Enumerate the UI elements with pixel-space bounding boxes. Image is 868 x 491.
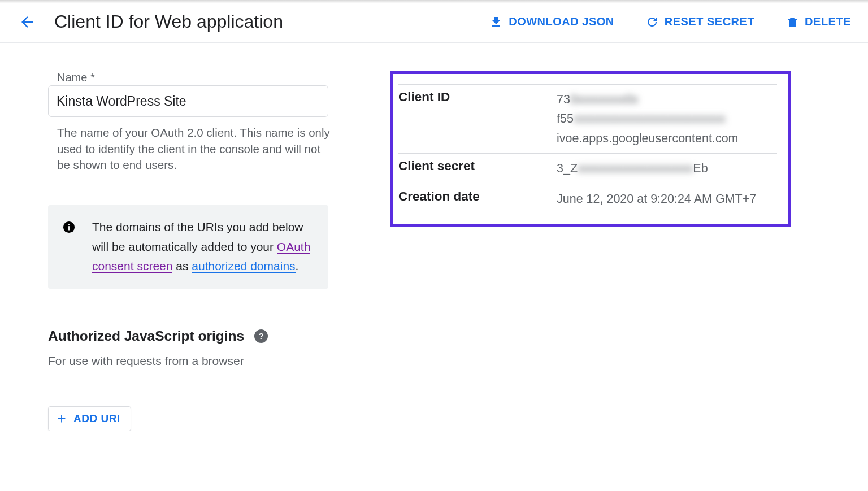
- help-icon[interactable]: ?: [254, 329, 268, 343]
- js-origins-heading-row: Authorized JavaScript origins ?: [48, 328, 353, 344]
- info-text-mid: as: [172, 259, 192, 272]
- js-origins-heading: Authorized JavaScript origins: [48, 328, 244, 344]
- info-callout: The domains of the URIs you add below wi…: [48, 205, 328, 289]
- right-column: Client ID 730xxxxxxxx0x f55xxxxxxxxxxxxx…: [390, 71, 791, 431]
- page-header: Client ID for Web application DOWNLOAD J…: [0, 3, 868, 43]
- client-secret-value: 3_ZxxxxxxxxxxxxxxxxxxxEb: [557, 159, 708, 178]
- credentials-table: Client ID 730xxxxxxxx0x f55xxxxxxxxxxxxx…: [398, 84, 777, 214]
- download-json-label: DOWNLOAD JSON: [509, 15, 614, 28]
- svg-rect-2: [68, 224, 70, 225]
- creation-date-row: Creation date June 12, 2020 at 9:20:24 A…: [398, 184, 777, 214]
- name-helper-text: The name of your OAuth 2.0 client. This …: [48, 117, 342, 173]
- add-uri-button[interactable]: ADD URI: [48, 406, 131, 431]
- credentials-highlight-box: Client ID 730xxxxxxxx0x f55xxxxxxxxxxxxx…: [390, 71, 791, 227]
- client-id-label: Client ID: [398, 90, 557, 148]
- client-secret-suffix: Eb: [693, 162, 708, 175]
- info-icon: [63, 221, 75, 236]
- reset-secret-button[interactable]: RESET SECRET: [645, 15, 754, 29]
- content-area: Name * The name of your OAuth 2.0 client…: [0, 43, 868, 431]
- info-text-prefix: The domains of the URIs you add below wi…: [92, 220, 303, 253]
- client-id-row: Client ID 730xxxxxxxx0x f55xxxxxxxxxxxxx…: [398, 84, 777, 154]
- client-id-redacted: 0xxxxxxxx0x: [570, 90, 639, 109]
- name-input[interactable]: [48, 85, 328, 117]
- back-button[interactable]: [17, 12, 37, 32]
- arrow-left-icon: [19, 14, 36, 31]
- trash-icon: [785, 15, 799, 29]
- authorized-domains-link[interactable]: authorized domains: [192, 259, 295, 273]
- info-text: The domains of the URIs you add below wi…: [92, 218, 314, 276]
- client-id-prefix2: f55: [557, 112, 574, 125]
- client-id-suffix: ivoe.apps.googleusercontent.com: [557, 132, 739, 145]
- download-json-button[interactable]: DOWNLOAD JSON: [489, 15, 614, 29]
- add-uri-label: ADD URI: [73, 412, 120, 425]
- delete-button[interactable]: DELETE: [785, 15, 851, 29]
- creation-date-value: June 12, 2020 at 9:20:24 AM GMT+7: [557, 189, 756, 208]
- info-text-suffix: .: [296, 259, 299, 272]
- name-field-label: Name *: [48, 71, 353, 84]
- client-secret-redacted: xxxxxxxxxxxxxxxxxxx: [578, 159, 693, 178]
- client-secret-prefix: 3_Z: [557, 162, 578, 175]
- client-secret-row: Client secret 3_ZxxxxxxxxxxxxxxxxxxxEb: [398, 154, 777, 184]
- creation-date-label: Creation date: [398, 189, 557, 208]
- page-title: Client ID for Web application: [54, 11, 283, 32]
- refresh-icon: [645, 15, 659, 29]
- client-secret-label: Client secret: [398, 159, 557, 178]
- plus-icon: [55, 412, 68, 425]
- left-column: Name * The name of your OAuth 2.0 client…: [48, 71, 353, 431]
- download-icon: [489, 15, 503, 29]
- js-origins-subtitle: For use with requests from a browser: [48, 354, 353, 368]
- delete-label: DELETE: [805, 15, 851, 28]
- client-id-redacted-2: xxxxxxxxxxxxxxxxxxxxxxxxx: [574, 109, 726, 128]
- client-id-value: 730xxxxxxxx0x f55xxxxxxxxxxxxxxxxxxxxxxx…: [557, 90, 777, 148]
- client-id-prefix: 73: [557, 93, 570, 106]
- svg-rect-1: [68, 226, 70, 230]
- reset-secret-label: RESET SECRET: [665, 15, 754, 28]
